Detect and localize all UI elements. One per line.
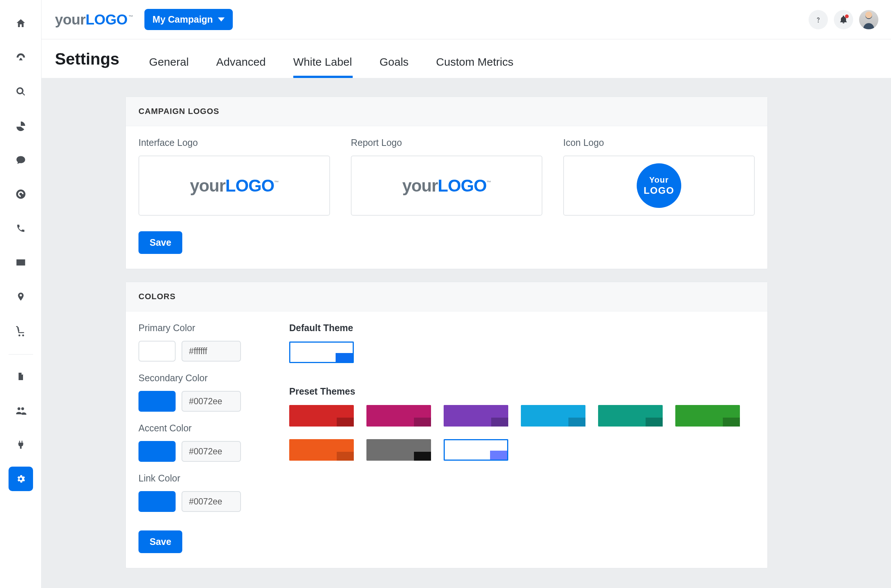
primary-color-input[interactable] <box>182 341 241 362</box>
campaign-selector[interactable]: My Campaign <box>144 9 233 30</box>
theme-corner <box>414 452 431 460</box>
icon-logo-upload[interactable]: Your LOGO <box>563 156 755 216</box>
report-logo-upload[interactable]: yourLOGO™ <box>351 156 542 216</box>
link-color-label: Link Color <box>138 473 272 484</box>
nav-home[interactable] <box>9 11 33 36</box>
secondary-color-swatch[interactable] <box>138 391 176 412</box>
sidebar <box>0 0 42 588</box>
theme-corner <box>337 452 354 460</box>
nav-divider <box>9 354 33 354</box>
colors-card: COLORS Primary Color <box>126 282 768 568</box>
secondary-color-input[interactable] <box>182 391 241 412</box>
content: CAMPAIGN LOGOS Interface Logo yourLOGO™ … <box>42 78 891 588</box>
preset-theme-8[interactable] <box>444 439 508 460</box>
notifications-button[interactable] <box>834 10 853 29</box>
settings-tabs: General Advanced White Label Goals Custo… <box>149 39 513 78</box>
nav-comments[interactable] <box>9 148 33 172</box>
icon-logo-circle: Your LOGO <box>637 164 681 208</box>
card-header-colors: COLORS <box>126 282 767 312</box>
user-avatar[interactable] <box>859 10 878 29</box>
help-button[interactable] <box>808 10 828 29</box>
tab-goals[interactable]: Goals <box>380 56 408 78</box>
default-theme-label: Default Theme <box>289 322 755 333</box>
secondary-color-label: Secondary Color <box>138 373 272 384</box>
theme-corner <box>491 418 508 426</box>
preset-theme-3[interactable] <box>521 405 585 426</box>
accent-color-input[interactable] <box>182 441 241 462</box>
save-logos-button[interactable]: Save <box>138 231 182 254</box>
page-title: Settings <box>55 50 120 78</box>
interface-logo-label: Interface Logo <box>138 137 330 148</box>
interface-logo-upload[interactable]: yourLOGO™ <box>138 156 330 216</box>
brand-logo: yourLOGO™ <box>55 12 133 28</box>
primary-color-swatch[interactable] <box>138 341 176 362</box>
subheader: Settings General Advanced White Label Go… <box>42 39 891 78</box>
preset-theme-6[interactable] <box>289 439 354 460</box>
preset-theme-7[interactable] <box>366 439 431 460</box>
nav-ecommerce[interactable] <box>9 318 33 343</box>
primary-color-label: Primary Color <box>138 322 272 333</box>
nav-dashboard[interactable] <box>9 45 33 70</box>
link-color-input[interactable] <box>182 491 241 512</box>
theme-corner <box>336 353 352 362</box>
report-logo-label: Report Logo <box>351 137 542 148</box>
theme-corner <box>646 418 663 426</box>
nav-location[interactable] <box>9 284 33 309</box>
nav-settings[interactable] <box>9 466 33 491</box>
nav-search[interactable] <box>9 80 33 104</box>
theme-corner <box>414 418 431 426</box>
preset-theme-4[interactable] <box>598 405 663 426</box>
theme-corner <box>490 451 507 459</box>
brand-word2: LOGO <box>86 12 128 28</box>
default-theme-tile[interactable] <box>289 342 354 363</box>
chevron-down-icon <box>218 18 225 21</box>
preset-themes-row <box>289 405 755 460</box>
theme-corner <box>723 418 740 426</box>
accent-color-label: Accent Color <box>138 423 272 434</box>
nav-target[interactable] <box>9 182 33 206</box>
tab-custom-metrics[interactable]: Custom Metrics <box>436 56 513 78</box>
svg-point-0 <box>866 12 872 18</box>
nav-calls[interactable] <box>9 216 33 240</box>
nav-documents[interactable] <box>9 364 33 388</box>
default-theme-row <box>289 342 755 363</box>
tab-white-label[interactable]: White Label <box>293 56 352 78</box>
brand-tm: ™ <box>129 14 133 20</box>
theme-corner <box>337 418 354 426</box>
card-header-logos: CAMPAIGN LOGOS <box>126 97 767 126</box>
brand-word1: your <box>55 12 86 28</box>
preset-theme-0[interactable] <box>289 405 354 426</box>
tab-advanced[interactable]: Advanced <box>216 56 266 78</box>
nav-integrations[interactable] <box>9 432 33 457</box>
nav-users[interactable] <box>9 398 33 423</box>
nav-email[interactable] <box>9 250 33 275</box>
preset-themes-label: Preset Themes <box>289 386 755 397</box>
notification-dot <box>845 15 849 18</box>
campaign-selector-label: My Campaign <box>153 14 213 25</box>
tab-general[interactable]: General <box>149 56 189 78</box>
preset-theme-2[interactable] <box>444 405 508 426</box>
icon-logo-label: Icon Logo <box>563 137 755 148</box>
save-colors-button[interactable]: Save <box>138 531 182 553</box>
topbar: yourLOGO™ My Campaign <box>42 0 891 39</box>
preset-theme-1[interactable] <box>366 405 431 426</box>
accent-color-swatch[interactable] <box>138 441 176 462</box>
link-color-swatch[interactable] <box>138 491 176 512</box>
theme-corner <box>568 418 585 426</box>
campaign-logos-card: CAMPAIGN LOGOS Interface Logo yourLOGO™ … <box>126 96 768 269</box>
preset-theme-5[interactable] <box>675 405 740 426</box>
nav-analytics[interactable] <box>9 114 33 138</box>
